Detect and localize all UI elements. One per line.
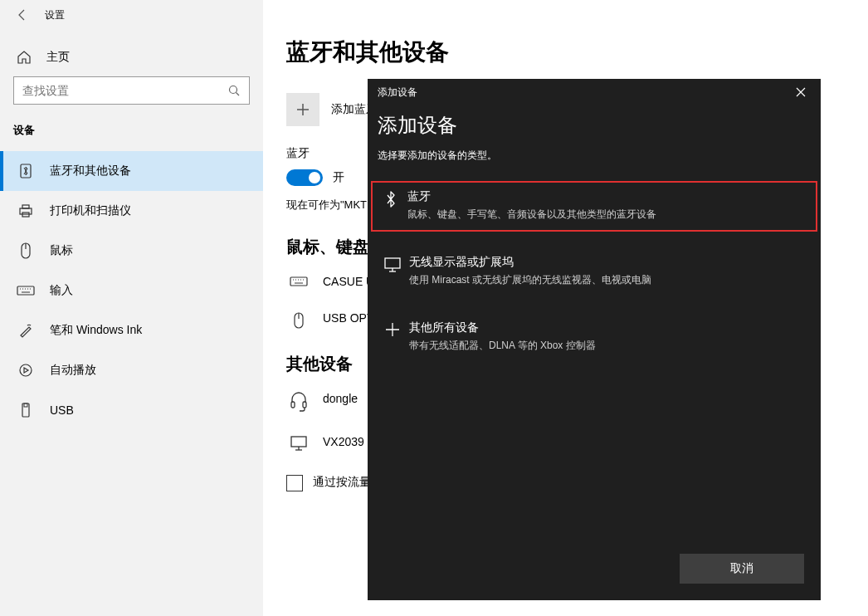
dialog-header-title: 添加设备 <box>378 86 417 100</box>
nav-item-label: 鼠标 <box>50 243 73 258</box>
dialog-header: 添加设备 <box>368 79 821 105</box>
dialog-option-0[interactable]: 蓝牙鼠标、键盘、手写笔、音频设备以及其他类型的蓝牙设备 <box>371 181 817 232</box>
home-label: 主页 <box>46 50 70 65</box>
nav-item-label: 笔和 Windows Ink <box>50 323 142 338</box>
nav-item-0[interactable]: 蓝牙和其他设备 <box>0 151 263 191</box>
sidebar: 设置 主页 设备 蓝牙和其他设备打印机和扫描仪鼠标输入笔和 Windows In… <box>0 0 263 616</box>
home-link[interactable]: 主页 <box>0 50 263 65</box>
device-label: dongle <box>323 392 358 405</box>
svg-point-14 <box>20 364 32 376</box>
nav-item-4[interactable]: 笔和 Windows Ink <box>0 310 263 350</box>
topbar: 设置 <box>0 0 263 30</box>
svg-rect-7 <box>17 286 34 295</box>
dialog-close-button[interactable] <box>791 82 811 102</box>
bluetooth-toggle-label: 开 <box>333 170 344 185</box>
nav-item-label: 自动播放 <box>50 363 96 378</box>
search-container <box>0 76 263 105</box>
dialog-title: 添加设备 <box>378 112 811 139</box>
monitor-icon <box>379 255 406 273</box>
dialog-option-desc: 使用 Miracast 或无线扩展坞的无线监视器、电视或电脑 <box>409 273 809 287</box>
svg-rect-15 <box>22 403 29 417</box>
dialog-option-title: 无线显示器或扩展坞 <box>409 255 809 270</box>
section-devices-head: 设备 <box>0 123 263 138</box>
search-box[interactable] <box>13 76 250 105</box>
mouse-icon <box>286 311 311 330</box>
settings-title: 设置 <box>45 8 65 22</box>
mouse-icon <box>17 242 35 260</box>
dialog-option-1[interactable]: 无线显示器或扩展坞使用 Miracast 或无线扩展坞的无线监视器、电视或电脑 <box>378 247 811 297</box>
svg-rect-26 <box>291 402 295 408</box>
metered-checkbox[interactable] <box>286 475 303 491</box>
keyboard-icon <box>17 284 35 297</box>
headset-icon <box>286 392 311 412</box>
device-label: USB OPT <box>323 311 373 325</box>
dialog-subtitle: 选择要添加的设备的类型。 <box>378 149 811 163</box>
dialog-option-title: 其他所有设备 <box>409 320 809 335</box>
dialog-body: 添加设备 选择要添加的设备的类型。 蓝牙鼠标、键盘、手写笔、音频设备以及其他类型… <box>368 105 821 369</box>
home-icon <box>17 50 32 65</box>
dialog-option-desc: 鼠标、键盘、手写笔、音频设备以及其他类型的蓝牙设备 <box>407 208 811 222</box>
nav-item-label: 输入 <box>50 283 73 298</box>
nav-item-5[interactable]: 自动播放 <box>0 350 263 390</box>
svg-rect-3 <box>22 205 29 208</box>
nav-item-6[interactable]: USB <box>0 390 263 430</box>
metered-checkbox-label: 通过按流量 <box>313 475 371 490</box>
back-icon[interactable] <box>13 7 30 23</box>
usb-icon <box>17 403 35 418</box>
svg-rect-28 <box>291 437 306 447</box>
add-device-dialog: 添加设备 添加设备 选择要添加的设备的类型。 蓝牙鼠标、键盘、手写笔、音频设备以… <box>368 79 821 600</box>
nav-item-label: USB <box>50 403 74 417</box>
device-label: CASUE U <box>323 275 374 288</box>
dialog-footer: 取消 <box>680 554 804 584</box>
autoplay-icon <box>17 363 35 378</box>
svg-rect-17 <box>290 277 307 286</box>
page-title: 蓝牙和其他设备 <box>286 37 868 68</box>
nav-item-label: 蓝牙和其他设备 <box>50 164 131 178</box>
monitor-icon <box>286 435 311 452</box>
cancel-button[interactable]: 取消 <box>680 554 804 584</box>
bluetooth-icon <box>378 189 404 208</box>
svg-rect-2 <box>20 208 32 214</box>
dialog-option-desc: 带有无线适配器、DLNA 等的 Xbox 控制器 <box>409 339 809 353</box>
svg-rect-27 <box>303 402 306 408</box>
search-input[interactable] <box>22 84 226 97</box>
nav-item-label: 打印机和扫描仪 <box>50 203 131 218</box>
bluetooth-toggle[interactable] <box>286 169 323 186</box>
nav-item-1[interactable]: 打印机和扫描仪 <box>0 191 263 231</box>
pen-icon <box>17 323 35 338</box>
svg-rect-16 <box>24 403 27 407</box>
add-device-button[interactable] <box>286 93 319 126</box>
printer-icon <box>17 203 35 218</box>
dialog-option-2[interactable]: 其他所有设备带有无线适配器、DLNA 等的 Xbox 控制器 <box>378 312 811 363</box>
bluetooth-rect-icon <box>17 164 35 178</box>
dialog-option-title: 蓝牙 <box>407 189 811 204</box>
nav-item-2[interactable]: 鼠标 <box>0 231 263 271</box>
dialog-options-list: 蓝牙鼠标、键盘、手写笔、音频设备以及其他类型的蓝牙设备无线显示器或扩展坞使用 M… <box>378 181 811 363</box>
svg-rect-31 <box>385 258 400 268</box>
plus-icon <box>379 320 406 337</box>
search-icon[interactable] <box>226 84 242 97</box>
keyboard-icon <box>286 275 311 288</box>
svg-point-0 <box>230 86 237 94</box>
nav-list: 蓝牙和其他设备打印机和扫描仪鼠标输入笔和 Windows Ink自动播放USB <box>0 151 263 430</box>
nav-item-3[interactable]: 输入 <box>0 271 263 310</box>
